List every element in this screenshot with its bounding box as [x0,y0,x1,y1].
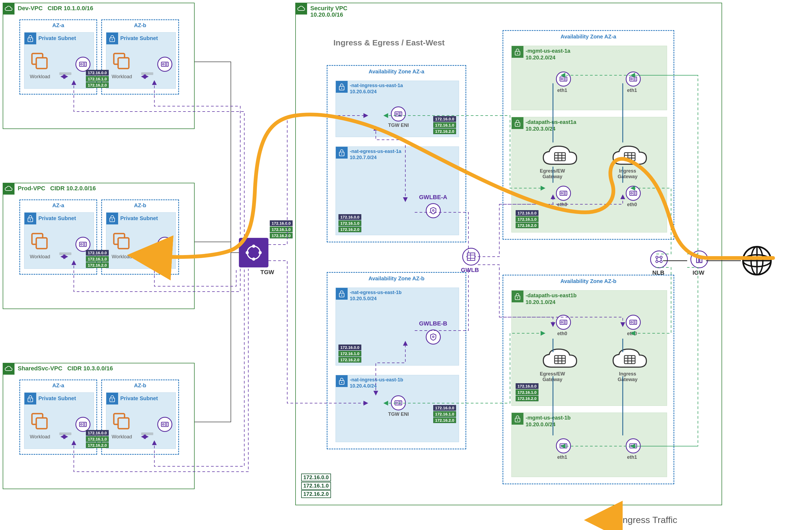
mgmt-a-name: -mgmt-us-east-1a10.20.2.0/24 [526,47,570,61]
route-tags: 172.16.0.0 172.16.1.0 172.16.2.0 [516,210,538,228]
mgmt-b-subnet: -mgmt-us-east-1b10.20.0.0/24 eth1 eth1 [511,413,667,477]
dev-az-a: AZ-a Private Subnet Workload [19,19,97,95]
svg-point-71 [252,245,255,248]
egress-fw-icon [541,144,579,169]
svg-point-100 [517,53,518,54]
svg-point-53 [30,400,31,401]
internet-icon [741,245,773,278]
route-tag: 172.16.2.0 [270,233,293,238]
svg-rect-64 [118,418,129,429]
connector-pad [59,252,71,255]
endpoint-icon [426,330,441,345]
workload-label: Workload [30,74,51,80]
lock-icon [336,375,348,387]
svg-rect-46 [118,238,129,249]
eth1-label: eth1 [627,88,637,93]
gwlbe-a-label: GWLBE-A [419,194,447,201]
route-tag: 172.16.1.0 [86,256,109,262]
svg-point-72 [259,251,262,254]
tgw-eni-label: TGW ENI [388,123,409,128]
avail-zone-a: Availability Zone AZ-a [503,33,673,40]
route-tag: 172.16.1.0 [338,220,361,226]
svg-rect-37 [36,238,47,249]
shared-azb-subnet: Private Subnet Workload [106,392,176,449]
az-b-label: AZ-b [102,203,178,209]
eni-icon [75,237,90,252]
svg-point-156 [517,420,518,421]
ingress-gw-label: Ingress Gateway [618,168,638,180]
prod-vpc: Prod-VPC CIDR 10.2.0.0/16 AZ-a Private S… [3,183,194,309]
svg-point-102 [561,78,563,80]
igw-label: IGW [693,269,705,276]
prod-azb-subnet: Private Subnet Workload [106,212,176,269]
route-tag: 172.16.1.0 [338,351,361,357]
svg-point-78 [396,113,397,115]
svg-point-168 [660,256,662,258]
route-tag: 172.16.0.0 [301,474,331,482]
workload-icon: Workload [30,412,51,440]
lock-icon [106,32,118,44]
mgmt-b-name: -mgmt-us-east-1b10.20.0.0/24 [526,415,571,428]
secvpc-left-az-b: Availability Zone AZ-b -nat-egress-us-ea… [327,272,466,449]
route-tags: 172.16.0.0 172.16.1.0 172.16.2.0 [338,214,361,232]
svg-point-35 [30,219,31,220]
section-heading: Ingress & Egress / East-West [333,38,445,47]
ingress-fw-icon [611,144,649,169]
tgw-label: TGW [260,269,274,276]
eni-icon [626,315,641,330]
svg-point-48 [162,243,164,245]
subnet-label: Private Subnet [39,395,76,402]
secvpc-right-az-b: Availability Zone AZ-b -datapath-us-east… [503,275,674,484]
subnet-label: Private Subnet [120,215,158,222]
route-tag: 172.16.1.0 [301,482,331,490]
dev-az-b: AZ-b Private Subnet Workload [101,19,179,95]
route-tags-legend: 172.16.0.0 172.16.1.0 172.16.2.0 [301,474,331,498]
route-tag: 172.16.0.0 [270,220,293,226]
route-tags-dev-a: 172.16.0.0 172.16.1.0 172.16.2.0 [86,70,109,88]
workload-icon: Workload [112,51,133,80]
svg-rect-19 [36,58,47,69]
legend-label: Ingress Traffic [620,515,677,525]
svg-point-39 [81,243,82,245]
subnet-label: Private Subnet [39,215,76,222]
igw-icon [691,251,708,268]
az-b-label: AZ-b [102,382,178,389]
eni-icon [391,107,406,122]
nat-egress-b-subnet: -nat-egress-us-east-1b10.20.5.0/24 GWLBE… [335,288,459,365]
workload-label: Workload [112,254,133,260]
svg-point-86 [341,295,342,296]
route-tag: 172.16.2.0 [86,442,109,448]
connector-pad [59,72,71,75]
subnet-label: Private Subnet [120,395,158,402]
gwlb-icon [462,248,480,266]
ingress-gw-label: Ingress Gateway [618,371,638,382]
prod-az-a: AZ-a Private Subnet Workload [19,199,97,275]
prod-vpc-cidr: CIDR 10.2.0.0/16 [50,185,96,192]
eth0-label: eth0 [557,331,567,336]
svg-point-124 [561,193,563,194]
cloud-icon [295,3,307,14]
svg-point-89 [341,382,342,383]
svg-point-169 [656,261,658,263]
subnet-label: Private Subnet [120,35,158,41]
lock-icon [25,393,36,404]
svg-point-134 [517,297,518,298]
route-tags: 172.16.0.0 172.16.1.0 172.16.2.0 [433,116,456,134]
gwlb-label: GWLB [461,267,479,274]
route-tags: 172.16.0.0 172.16.1.0 172.16.2.0 [338,345,361,363]
workload-icon: Workload [112,232,133,260]
route-tag: 172.16.0.0 [516,383,538,389]
connector-pad [141,432,153,435]
cloud-icon [3,3,14,14]
svg-point-141 [631,321,633,323]
dev-azb-subnet: Private Subnet Workload [106,32,176,89]
eni-icon [157,237,172,252]
egress-gw-label: Egress/EW Gateway [540,371,565,382]
svg-rect-176 [700,256,702,263]
az-b-label: AZ-b [102,22,178,28]
sharedsvc-vpc: SharedSvc-VPC CIDR 10.3.0.0/16 AZ-a Priv… [3,363,194,489]
lock-icon [336,81,348,93]
eni-icon [556,315,571,330]
prod-aza-subnet: Private Subnet Workload [24,212,94,269]
eni-icon [157,57,172,72]
